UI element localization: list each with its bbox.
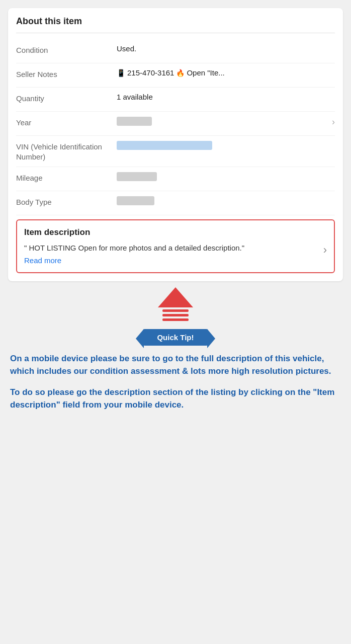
year-blurred xyxy=(117,117,152,126)
body-type-row: Body Type xyxy=(16,191,335,215)
seller-notes-value: 📱 215-470-3161 🔥 Open "Ite... xyxy=(117,68,335,77)
arrow-lines xyxy=(162,309,189,321)
mileage-row: Mileage xyxy=(16,167,335,191)
arrow-line-3 xyxy=(162,318,189,321)
year-label: Year xyxy=(16,117,117,128)
seller-notes-label: Seller Notes xyxy=(16,68,117,79)
mileage-label: Mileage xyxy=(16,172,117,183)
phone-icon: 📱 xyxy=(117,69,125,77)
description-chevron-icon: › xyxy=(323,244,327,257)
year-row[interactable]: Year › xyxy=(16,112,335,136)
arrow-up-icon xyxy=(158,287,193,307)
phone-number: 215-470-3161 xyxy=(127,68,174,77)
mileage-value xyxy=(117,172,335,181)
card-title: About this item xyxy=(16,16,335,27)
quick-tip-badge: Quick Tip! xyxy=(143,329,208,346)
read-more-link[interactable]: Read more xyxy=(24,256,61,265)
description-content: " HOT LISTING Open for more photos and a… xyxy=(24,243,319,265)
vin-blurred xyxy=(117,141,212,150)
vin-label: VIN (Vehicle Identification Number) xyxy=(16,141,117,162)
arrow-group xyxy=(158,287,193,321)
quantity-label: Quantity xyxy=(16,93,117,104)
body-type-value xyxy=(117,196,335,205)
seller-notes-suffix: Open "Ite... xyxy=(187,68,224,77)
year-chevron-icon: › xyxy=(332,117,335,127)
description-row-inner: " HOT LISTING Open for more photos and a… xyxy=(24,243,327,265)
tip-container: Quick Tip! xyxy=(8,287,343,346)
tip-paragraph-2: To do so please go the description secti… xyxy=(8,386,343,411)
quantity-row: Quantity 1 available xyxy=(16,88,335,112)
condition-value: Used. xyxy=(117,44,335,53)
condition-label: Condition xyxy=(16,44,117,55)
vin-row: VIN (Vehicle Identification Number) xyxy=(16,136,335,167)
arrow-line-2 xyxy=(162,314,189,316)
bold-item-description: Item description xyxy=(10,387,334,410)
description-title: Item description xyxy=(24,227,327,237)
about-item-card: About this item Condition Used. Seller N… xyxy=(8,8,343,281)
fire-icon: 🔥 xyxy=(176,69,185,77)
seller-notes-row: Seller Notes 📱 215-470-3161 🔥 Open "Ite.… xyxy=(16,63,335,88)
mileage-blurred xyxy=(117,172,157,181)
body-type-label: Body Type xyxy=(16,196,117,207)
arrow-line-1 xyxy=(162,309,189,312)
year-value xyxy=(117,117,332,126)
quick-tip-wrapper: Quick Tip! xyxy=(143,326,208,346)
tip-paragraph-1: On a mobile device please be sure to go … xyxy=(8,353,343,377)
condition-row: Condition Used. xyxy=(16,39,335,63)
vin-value xyxy=(117,141,335,150)
item-description-section[interactable]: Item description " HOT LISTING Open for … xyxy=(16,219,335,273)
quantity-value: 1 available xyxy=(117,93,335,101)
description-text: " HOT LISTING Open for more photos and a… xyxy=(24,243,319,253)
body-type-blurred xyxy=(117,196,154,205)
divider xyxy=(16,33,335,33)
